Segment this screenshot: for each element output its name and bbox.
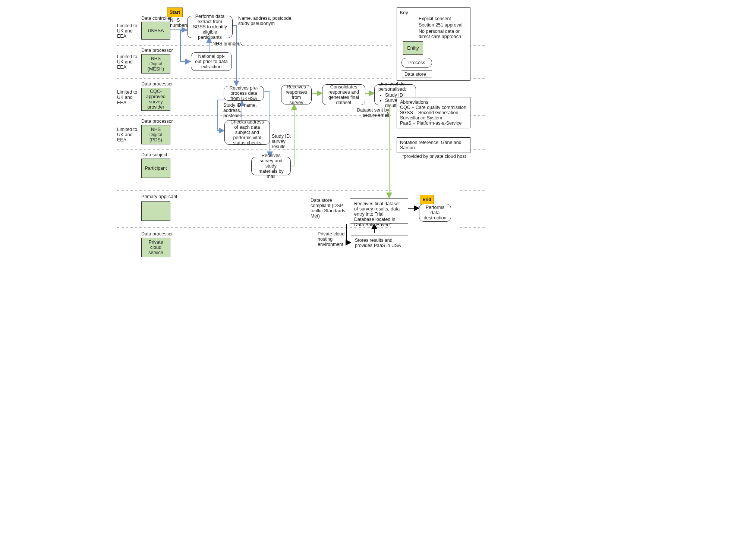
limit-3: Limited to UK and EEA (117, 90, 138, 105)
entity-nhs-pds: NHS Digital (PDS) (141, 125, 170, 144)
p8-title: Line level de-personalised: (378, 81, 406, 92)
diagram-canvas: Start End Limited to UK and EEA Limited … (113, 0, 643, 381)
process-data-destruction: Performs data destruction (419, 204, 451, 222)
label-dsp-toolkit: Data store compliant (DSP toolkit Standa… (311, 198, 352, 219)
label-private-cloud-env: Private cloud hosting environment (318, 231, 347, 247)
entity-cqc-provider: CQC-approved survey provider (141, 88, 170, 111)
role-data-processor-2: Data processor (141, 81, 173, 87)
process-extract-sgss: Performs data extract from SGSS to ident… (187, 16, 233, 38)
entity-participant: Participant (141, 159, 170, 178)
legend-k1: Explicit consent (419, 16, 467, 21)
label-name-address: Name, address, postcode, study pseudonym (238, 16, 294, 26)
entity-nhs-mesh: NHS Digital (MESH) (141, 54, 170, 74)
process-receive-responses: Receives responses from survey (281, 85, 312, 104)
role-data-processor-3: Data processor (141, 119, 173, 124)
role-primary-applicant: Primary applicant (141, 194, 177, 199)
abbreviations-box: Abbreviations CQC – Care quality commiss… (397, 97, 470, 128)
label-study-results: Study ID, survey results (272, 134, 298, 149)
legend-entity-swatch: Entity (403, 41, 423, 55)
limit-4: Limited to UK and EEA (117, 127, 138, 143)
process-receive-materials: Receives survey and study materials by m… (251, 157, 291, 175)
legend-box: Key Explicit consent Section 251 approva… (397, 7, 470, 81)
legend-process-swatch: Process (401, 58, 432, 68)
role-data-controller: Data controller (141, 16, 171, 21)
role-data-processor-1: Data processor (141, 48, 173, 53)
limit-2: Limited to UK and EEA (117, 54, 138, 70)
process-check-address: Checks address of each data subject and … (224, 120, 270, 145)
label-studyid: Study ID, name, address, postcode (223, 103, 261, 118)
limit-1: Limited to UK and EEA (117, 23, 138, 39)
footnote: *provided by private cloud host (402, 154, 466, 159)
entity-ukhsa: UKHSA (141, 22, 170, 40)
legend-k3: No personal data or direct care approach (419, 29, 467, 39)
legend-k2: Section 251 approval (419, 22, 467, 28)
datastore-trial-database: Receives final dataset of survey results… (350, 198, 408, 224)
role-data-subject: Data subject (141, 152, 167, 157)
process-receive-preprocess: Receives pre-process data from UKHSA (224, 86, 264, 101)
label-nhs-numbers-left: NHS numbers (170, 18, 187, 28)
end-terminator: End (420, 195, 434, 204)
legend-datastore-swatch: Data store (401, 71, 432, 78)
process-opt-out: National opt-out prior to data extractio… (191, 52, 232, 71)
process-consolidate: Consolidates responses and generates fin… (322, 84, 365, 105)
label-nhs-numbers-up: NHS numbers (212, 41, 242, 46)
entity-private-cloud: Private cloud service (141, 238, 170, 257)
entity-primary-applicant (141, 201, 170, 221)
label-secure-email: Dataset sent by secure email (352, 107, 389, 118)
legend-title: Key (400, 10, 467, 15)
datastore-paas-usa: Stores results and provides PaaS in USA (351, 235, 408, 249)
role-data-processor-4: Data processor (141, 231, 173, 237)
notation-box: Notation reference: Gane and Sarson (397, 137, 470, 153)
